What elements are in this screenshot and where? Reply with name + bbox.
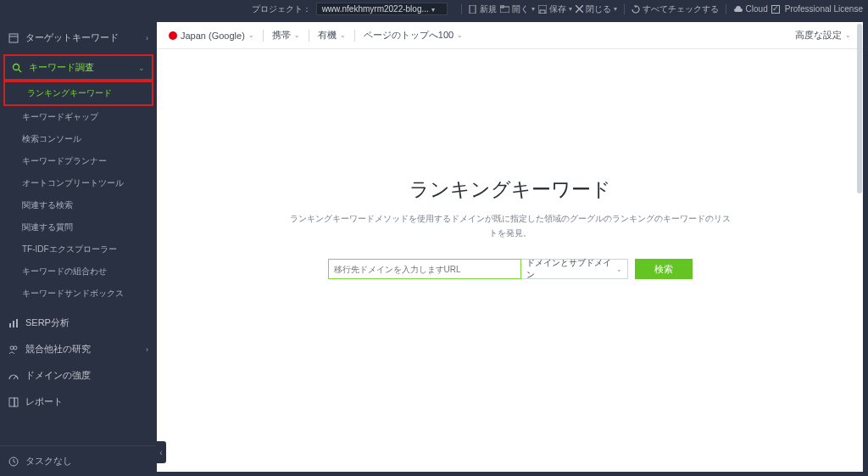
svg-point-9	[14, 64, 19, 70]
target-icon	[8, 33, 19, 43]
filter-organic[interactable]: 有機 ⌄	[318, 29, 346, 42]
project-value: www.nfekhmyrm2022-blog...	[322, 4, 429, 14]
sidebar-item-report[interactable]: レポート	[0, 389, 157, 415]
chevron-down-icon: ▾	[614, 5, 617, 13]
japan-flag-icon	[169, 31, 177, 40]
separator	[726, 4, 726, 14]
sidebar-item-competitor[interactable]: 競合他社の研究 ›	[0, 336, 157, 362]
topbar: プロジェクト： www.nfekhmyrm2022-blog... ▾ 新規 開…	[0, 0, 868, 18]
separator	[263, 30, 264, 42]
sidebar-item-domain-strength[interactable]: ドメインの強度	[0, 362, 157, 389]
sidebar-item-no-task[interactable]: タスクなし	[0, 445, 157, 476]
sidebar-sub-tfidf[interactable]: TF-IDFエクスプローラー	[0, 238, 157, 260]
chevron-down-icon: ⌄	[457, 31, 463, 39]
chevron-down-icon: ▾	[531, 5, 535, 13]
refresh-icon	[632, 5, 640, 14]
scrollbar-thumb[interactable]	[857, 24, 862, 193]
search-button[interactable]: 検索	[635, 259, 693, 279]
sidebar-item-serp[interactable]: SERP分析	[0, 310, 157, 336]
sidebar-item-target-keywords[interactable]: ターゲットキーワード ›	[0, 25, 157, 51]
chevron-down-icon: ▾	[431, 6, 435, 14]
chevron-down-icon: ⌄	[845, 31, 851, 39]
chevron-down-icon: ⌄	[248, 31, 254, 39]
main-panel: Japan (Google) ⌄ 携帯 ⌄ 有機 ⌄ ページのトップへ100 ⌄…	[157, 22, 863, 472]
separator	[461, 4, 462, 14]
content-area: ランキングキーワード ランキングキーワードメソッドを使用するドメインが既に指定し…	[157, 49, 863, 472]
sidebar-sub-keyword-gap[interactable]: キーワードギャップ	[0, 106, 157, 128]
chevron-down-icon: ⌄	[616, 266, 622, 273]
save-button[interactable]: 保存 ▾	[538, 3, 572, 15]
cloud-button[interactable]: Cloud	[733, 4, 768, 14]
gauge-icon	[8, 371, 19, 381]
filter-device[interactable]: 携帯 ⌄	[272, 29, 300, 42]
svg-line-16	[14, 376, 16, 379]
chevron-down-icon: ⌄	[340, 31, 346, 39]
domain-input[interactable]	[328, 259, 521, 279]
svg-point-14	[10, 346, 14, 350]
sidebar-sub-related-search[interactable]: 関連する検索	[0, 194, 157, 216]
check-all-button[interactable]: すべてチェックする	[632, 3, 719, 15]
new-button[interactable]: 新規	[469, 3, 497, 15]
search-row: ドメインとサブドメイン ⌄ 検索	[328, 259, 693, 279]
close-button[interactable]: 閉じる ▾	[576, 3, 617, 15]
separator	[309, 30, 309, 42]
collapse-sidebar-button[interactable]: ‹	[156, 441, 166, 463]
filter-region[interactable]: Japan (Google) ⌄	[169, 31, 254, 41]
svg-rect-18	[14, 398, 18, 406]
filter-bar: Japan (Google) ⌄ 携帯 ⌄ 有機 ⌄ ページのトップへ100 ⌄…	[157, 22, 863, 49]
svg-rect-17	[9, 398, 14, 406]
report-icon	[8, 397, 19, 407]
svg-rect-12	[13, 321, 14, 328]
chevron-down-icon: ⌄	[138, 64, 145, 72]
save-icon	[538, 5, 547, 14]
sidebar-sub-related-question[interactable]: 関連する質問	[0, 216, 157, 238]
users-icon	[8, 344, 19, 355]
chevron-down-icon: ⌄	[294, 31, 300, 39]
chevron-down-icon: ▾	[569, 5, 572, 13]
sidebar: ターゲットキーワード › キーワード調査 ⌄ ランキングキーワード キーワードギ…	[0, 18, 157, 476]
chevron-right-icon: ›	[146, 34, 148, 42]
sidebar-item-keyword-research[interactable]: キーワード調査 ⌄	[5, 56, 152, 79]
filter-advanced[interactable]: 高度な設定 ⌄	[795, 29, 851, 42]
separator	[624, 4, 625, 14]
svg-line-10	[19, 70, 21, 72]
scope-select[interactable]: ドメインとサブドメイン ⌄	[521, 259, 628, 279]
svg-rect-13	[16, 319, 18, 328]
sidebar-sub-keyword-combo[interactable]: キーワードの組合わせ	[0, 260, 157, 283]
sidebar-sub-keyword-sandbox[interactable]: キーワードサンドボックス	[0, 283, 157, 305]
file-icon	[469, 5, 477, 14]
svg-rect-4	[540, 10, 545, 14]
folder-icon	[500, 5, 509, 13]
clock-icon	[8, 456, 19, 467]
close-icon	[576, 5, 583, 13]
project-select[interactable]: www.nfekhmyrm2022-blog... ▾	[316, 3, 448, 15]
scrollbar-track[interactable]	[857, 24, 862, 470]
project-label: プロジェクト：	[252, 3, 311, 15]
search-icon	[12, 63, 22, 73]
sidebar-sub-autocomplete[interactable]: オートコンプリートツール	[0, 172, 157, 194]
page-title: ランキングキーワード	[409, 176, 611, 203]
cloud-icon	[733, 6, 743, 13]
chevron-left-icon: ‹	[159, 448, 162, 457]
license-label[interactable]: Professional License	[771, 4, 863, 14]
separator	[354, 30, 355, 42]
sidebar-sub-ranking-keywords[interactable]: ランキングキーワード	[5, 82, 152, 104]
svg-line-21	[14, 462, 15, 462]
svg-point-15	[14, 346, 17, 350]
page-subtitle: ランキングキーワードメソッドを使用するドメインが既に指定した領域のグーグルのラン…	[290, 211, 731, 240]
filter-top[interactable]: ページのトップへ100 ⌄	[364, 29, 463, 42]
chevron-right-icon: ›	[146, 345, 148, 354]
svg-rect-0	[470, 5, 476, 14]
checkbox-icon	[771, 5, 780, 14]
sidebar-sub-search-console[interactable]: 検索コンソール	[0, 128, 157, 150]
open-button[interactable]: 開く ▾	[500, 3, 535, 15]
sidebar-sub-keyword-planner[interactable]: キーワードプランナー	[0, 150, 157, 172]
svg-rect-7	[9, 34, 18, 42]
bars-icon	[8, 318, 19, 328]
svg-rect-11	[9, 323, 11, 328]
